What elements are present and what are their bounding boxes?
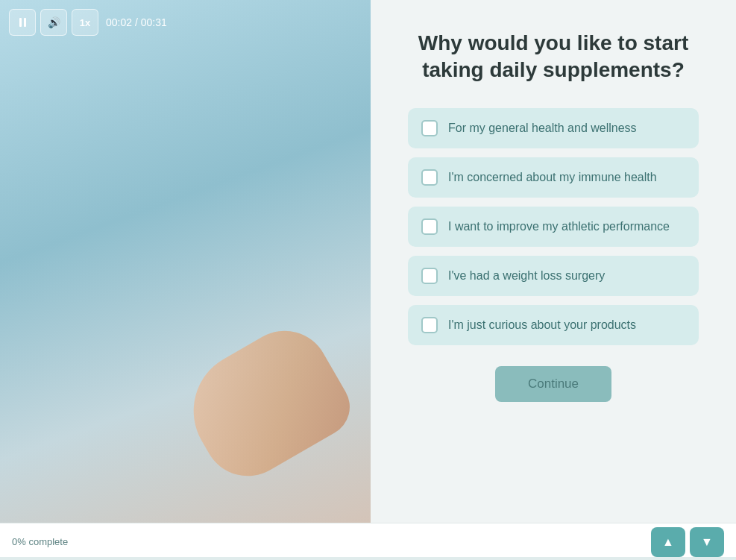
option-general-health[interactable]: For my general health and wellness [408, 108, 699, 148]
pause-button[interactable] [9, 9, 36, 36]
option-weight-loss-surgery[interactable]: I've had a weight loss surgery [408, 256, 699, 296]
continue-button[interactable]: Continue [495, 366, 611, 402]
checkbox-immune-health[interactable] [421, 169, 438, 186]
nav-buttons: ▲ ▼ [651, 527, 724, 557]
option-label-immune-health: I'm concerned about my immune health [448, 169, 657, 186]
option-just-curious[interactable]: I'm just curious about your products [408, 305, 699, 345]
volume-button[interactable]: 🔊 [40, 9, 67, 36]
option-label-just-curious: I'm just curious about your products [448, 317, 636, 333]
video-hand-visual [172, 315, 360, 493]
progress-bar-container [0, 557, 736, 560]
option-label-general-health: For my general health and wellness [448, 120, 637, 136]
speed-button[interactable]: 1x [72, 9, 98, 36]
checkbox-weight-loss-surgery[interactable] [421, 268, 438, 284]
checkbox-just-curious[interactable] [421, 317, 438, 333]
checkbox-athletic-performance[interactable] [421, 218, 438, 235]
question-panel: Why would you like to start taking daily… [371, 0, 736, 523]
video-controls: 🔊 1x 00:02 / 00:31 [9, 9, 167, 36]
option-label-athletic-performance: I want to improve my athletic performanc… [448, 218, 670, 235]
nav-up-button[interactable]: ▲ [651, 527, 685, 557]
option-label-weight-loss-surgery: I've had a weight loss surgery [448, 268, 605, 284]
bottom-bar: 0% complete ▲ ▼ [0, 523, 736, 560]
question-title: Why would you like to start taking daily… [408, 30, 699, 84]
pause-icon [19, 18, 26, 27]
time-display: 00:02 / 00:31 [106, 16, 167, 28]
volume-icon: 🔊 [48, 16, 60, 28]
options-list: For my general health and wellness I'm c… [408, 108, 699, 345]
video-background [0, 0, 371, 523]
nav-down-button[interactable]: ▼ [690, 527, 724, 557]
video-panel: 🔊 1x 00:02 / 00:31 [0, 0, 371, 523]
option-athletic-performance[interactable]: I want to improve my athletic performanc… [408, 207, 699, 247]
option-immune-health[interactable]: I'm concerned about my immune health [408, 157, 699, 198]
checkbox-general-health[interactable] [421, 120, 438, 136]
progress-text: 0% complete [12, 536, 68, 547]
